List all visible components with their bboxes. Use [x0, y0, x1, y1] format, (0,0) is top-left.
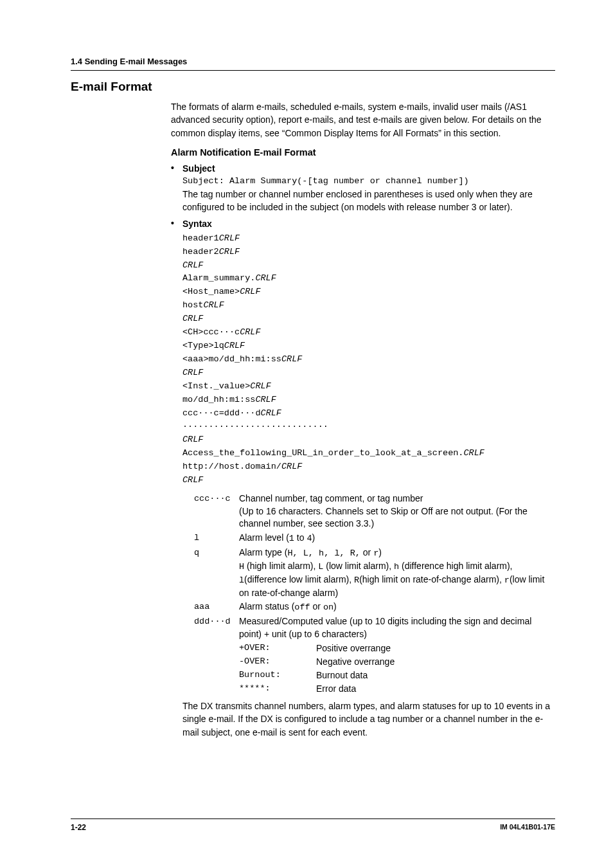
def-row-q: q Alarm type (H, L, h, l, R, or r) H (hi… [194, 547, 555, 599]
closing-paragraph: The DX transmits channel numbers, alarm … [182, 700, 555, 739]
page-footer: 1-22 IM 04L41B01-17E [0, 818, 613, 832]
subval-key: -OVER: [239, 655, 316, 669]
subject-note: The tag number or channel number enclose… [182, 188, 555, 214]
subval-value: Burnout data [316, 669, 555, 682]
syntax-label: Syntax [182, 217, 555, 230]
footer-page-number: 1-22 [71, 823, 86, 832]
definition-list: ccc···c Channel number, tag comment, or … [194, 493, 555, 696]
def-row-aaa: aaa Alarm status (off or on) [194, 601, 555, 614]
def-term: l [194, 532, 239, 545]
def-body-line: (Up to 16 characters. Channels set to Sk… [239, 505, 555, 530]
subval-row: +OVER:Positive overrange [239, 642, 555, 655]
def-term: aaa [194, 601, 239, 614]
content-block: The formats of alarm e-mails, scheduled … [171, 100, 555, 739]
bullet-dot-icon: • [171, 162, 182, 175]
def-body-line: Channel number, tag comment, or tag numb… [239, 493, 555, 505]
def-q-detail: H (high limit alarm), L (low limit alarm… [239, 560, 555, 599]
def-body: Alarm level (1 to 4) [239, 532, 555, 545]
footer-rule [71, 818, 555, 819]
subval-value: Positive overrange [316, 642, 555, 655]
def-term: ccc···c [194, 493, 239, 530]
subval-key: Burnout: [239, 669, 316, 682]
top-rule [71, 70, 555, 71]
def-row-l: l Alarm level (1 to 4) [194, 532, 555, 545]
section-title: E-mail Format [71, 80, 555, 94]
subval-row: -OVER:Negative overrange [239, 655, 555, 669]
page: 1.4 Sending E-mail Messages E-mail Forma… [0, 0, 613, 868]
subval-row: *****:Error data [239, 682, 555, 696]
breadcrumb: 1.4 Sending E-mail Messages [71, 57, 555, 66]
syntax-block: header1CRLFheader2CRLFCRLFAlarm_summary.… [182, 232, 555, 488]
def-body: Alarm status (off or on) [239, 601, 555, 614]
def-row-ddd: ddd···d Measured/Computed value (up to 1… [194, 615, 555, 696]
def-body-line: Measured/Computed value (up to 10 digits… [239, 615, 555, 640]
subval-value: Error data [316, 682, 555, 696]
bullet-syntax: • Syntax header1CRLFheader2CRLFCRLFAlarm… [171, 217, 555, 739]
subval-key: *****: [239, 682, 316, 696]
subject-code-prefix: Subject: [182, 176, 224, 186]
def-term: q [194, 547, 239, 599]
subject-code: Subject: Alarm Summary(-[tag number or c… [182, 175, 555, 188]
intro-paragraph: The formats of alarm e-mails, scheduled … [171, 100, 555, 140]
def-row-ccc: ccc···c Channel number, tag comment, or … [194, 493, 555, 530]
subval-row: Burnout:Burnout data [239, 669, 555, 682]
subval-key: +OVER: [239, 642, 316, 655]
subject-code-body: Alarm Summary(-[tag number or channel nu… [229, 176, 469, 186]
bullet-dot-icon: • [171, 217, 182, 230]
subject-label: Subject [182, 162, 555, 175]
footer-doc-id: IM 04L41B01-17E [500, 823, 555, 832]
def-term: ddd···d [194, 615, 239, 696]
ddd-subvalues: +OVER:Positive overrange-OVER:Negative o… [239, 642, 555, 696]
bullet-subject: • Subject Subject: Alarm Summary(-[tag n… [171, 162, 555, 216]
alarm-heading: Alarm Notification E-mail Format [171, 146, 555, 159]
def-body: Alarm type (H, L, h, l, R, or r) H (high… [239, 547, 555, 599]
subval-value: Negative overrange [316, 655, 555, 669]
